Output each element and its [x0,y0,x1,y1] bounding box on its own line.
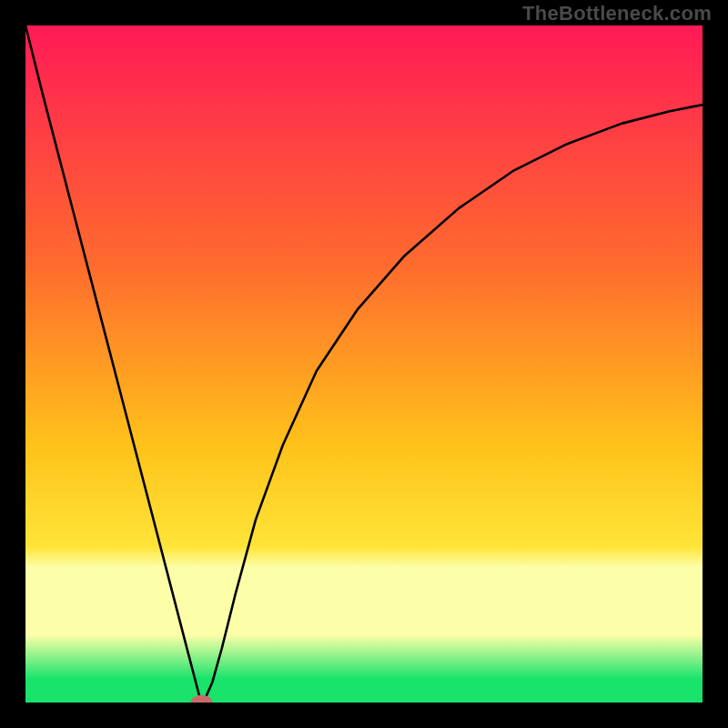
bottleneck-curve [25,25,703,699]
attribution-text: TheBottleneck.com [522,2,712,25]
chart-canvas [25,25,703,703]
minimum-marker [191,695,213,703]
plot-area [25,25,703,703]
chart-container: TheBottleneck.com [0,0,728,728]
